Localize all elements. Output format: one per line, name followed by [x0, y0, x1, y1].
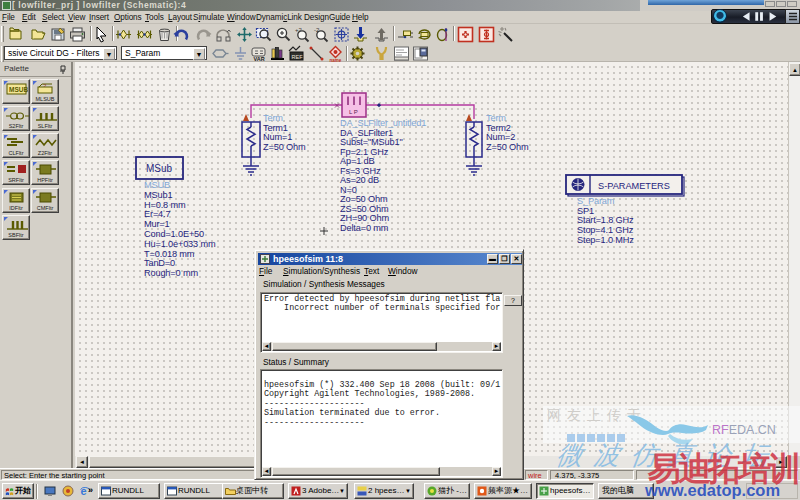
svg-text:REF: REF [292, 54, 304, 60]
svg-text:MSub: MSub [146, 163, 173, 174]
svg-text:MSUB: MSUB [9, 86, 28, 93]
svg-text:S-PARAMETERS: S-PARAMETERS [598, 181, 670, 191]
svg-text:L P: L P [349, 109, 358, 115]
svg-text:e: e [81, 485, 87, 497]
